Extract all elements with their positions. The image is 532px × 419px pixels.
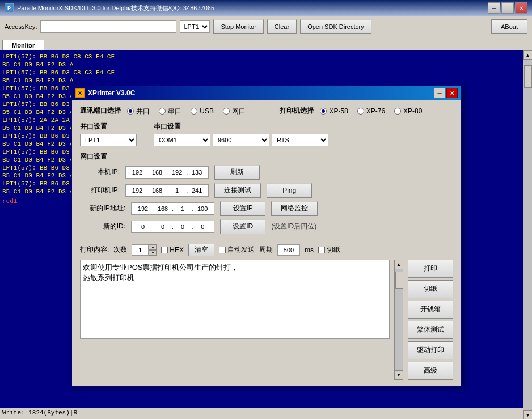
radio-usb-btn[interactable] [191,108,197,115]
app-title: ParallelMonitorX SDK/DLL 3.0 for Delphi/… [17,4,214,12]
local-ip-row: 本机IP: . . . 刷新 [80,165,453,180]
new-id-row: 新的ID: . . . 设置ID (设置ID后四位) [80,219,453,234]
new-id-d[interactable] [195,223,210,230]
period-label: 周期 [259,245,273,255]
clear-button[interactable]: Clear [267,19,297,34]
connect-test-button[interactable]: 连接测试 [214,183,261,198]
local-ip-d[interactable] [189,169,205,176]
local-ip-b[interactable] [149,169,165,176]
printer-section-label: 打印机选择 [280,107,314,115]
textarea-scroll-down[interactable]: ▼ [395,370,403,379]
drive-print-button[interactable]: 驱动打印 [408,341,453,359]
tab-monitor[interactable]: Monitor [2,40,44,50]
printer-ip-field: . . . [125,184,209,197]
refresh-button[interactable]: 刷新 [214,165,260,180]
cut-paper-checkbox[interactable]: 切纸 [318,245,340,255]
radio-xp76-btn[interactable] [357,108,364,115]
count-input[interactable] [132,244,149,256]
printer-ip-d[interactable] [189,187,205,194]
new-ip-a[interactable] [135,205,151,212]
cut-paper-box[interactable] [318,247,325,253]
printer-ip-label: 打印机IP: [80,185,120,195]
new-ip-d[interactable] [195,205,210,212]
count-up-btn[interactable]: ▲ [149,244,157,250]
serial-label: 串口设置 [154,122,328,132]
new-id-a[interactable] [135,223,151,230]
main-area: LPT1(57): BB B6 D3 C8 C3 F4 CFB5 C1 D0 B… [0,50,532,419]
cut-button[interactable]: 切纸 [408,280,453,298]
cut-paper-label: 切纸 [327,245,340,255]
baud-select[interactable]: 9600 [213,134,269,146]
set-ip-button[interactable]: 设置IP [220,201,265,216]
auto-send-box[interactable] [219,247,226,253]
dialog-title: XPrinter V3.0C [88,89,135,97]
auto-send-checkbox[interactable]: 自动发送 [219,245,255,255]
new-ip-b[interactable] [155,205,171,212]
radio-serial[interactable]: 串口 [159,107,181,116]
accesskey-input[interactable] [40,20,176,33]
printer-radio-group: XP-58 XP-76 XP-80 [320,107,422,115]
new-id-b[interactable] [155,223,171,230]
local-ip-label: 本机IP: [80,167,120,177]
local-ip-c[interactable] [169,169,185,176]
hex-label: HEX [170,246,184,254]
network-monitor-button[interactable]: 网络监控 [271,201,318,216]
textarea-scroll-thumb[interactable] [395,272,403,289]
textarea-scroll-up[interactable]: ▲ [395,260,403,269]
dialog-close-btn[interactable]: ✕ [446,88,458,98]
radio-xp58-btn[interactable] [320,108,327,115]
flow-select[interactable]: RTS [272,134,328,146]
period-input[interactable] [277,244,300,256]
print-button[interactable]: 打印 [408,260,453,278]
clear-content-btn[interactable]: 清空 [188,244,214,256]
stop-monitor-button[interactable]: Stop Monitor [213,19,263,34]
new-id-c[interactable] [175,223,191,230]
radio-xp58[interactable]: XP-58 [320,107,348,115]
textarea-scrollbar[interactable]: ▲ ▼ [394,260,403,380]
print-toolbar: 打印内容: 次数 ▲ ▼ HEX 清 [80,244,453,256]
test-button[interactable]: 繁体测试 [408,321,453,339]
radio-network[interactable]: 网口 [223,107,246,116]
new-ip-row: 新的IP地址: . . . 设置IP 网络监控 [80,201,453,216]
print-textarea[interactable]: 欢迎使用专业POS票据打印机公司生产的针打， 热敏系列打印机 [80,260,390,339]
count-down-btn[interactable]: ▼ [149,250,157,256]
advanced-button[interactable]: 高级 [408,362,453,380]
dialog-overlay: X XPrinter V3.0C ─ ✕ 通讯端口选择 [0,50,532,419]
serial-settings: 串口设置 COM1 9600 RTS [154,122,328,146]
port-section: 通讯端口选择 并口 串口 [80,106,246,116]
port-radio-group: 并口 串口 USB 网 [127,107,246,116]
radio-xp80[interactable]: XP-80 [394,107,422,115]
print-textarea-wrap: 欢迎使用专业POS票据打印机公司生产的针打， 热敏系列打印机 [80,260,390,380]
maximize-button[interactable]: □ [501,2,514,14]
radio-parallel-btn[interactable] [127,108,134,115]
lpt-select[interactable]: LPT1 [180,20,210,33]
print-area-row: 欢迎使用专业POS票据打印机公司生产的针打， 热敏系列打印机 ▲ ▼ [80,260,453,380]
close-button[interactable]: ✕ [515,2,527,14]
radio-network-btn[interactable] [223,108,230,115]
about-button[interactable]: ABout [491,19,527,34]
set-id-button[interactable]: 设置ID [220,219,265,234]
new-ip-c[interactable] [175,205,191,212]
textarea-scroll-track[interactable] [395,269,403,370]
network-label: 网口设置 [80,152,453,162]
radio-xp80-btn[interactable] [394,108,401,115]
hex-checkbox-box[interactable] [161,247,168,253]
radio-serial-btn[interactable] [159,108,166,115]
printer-ip-b[interactable] [149,187,165,194]
parallel-port-select[interactable]: LPT1 [80,134,137,146]
printer-ip-a[interactable] [129,187,145,194]
open-sdk-button[interactable]: Open SDK Directory [300,19,371,34]
open-drawer-button[interactable]: 开钱箱 [408,301,453,319]
local-ip-a[interactable] [129,169,145,176]
new-ip-field: . . . [131,202,214,215]
printer-ip-c[interactable] [169,187,185,194]
serial-port-select[interactable]: COM1 [154,134,210,146]
count-spinner[interactable]: ▲ ▼ [149,244,157,256]
ping-button[interactable]: Ping [267,183,312,198]
radio-xp76[interactable]: XP-76 [357,107,385,115]
radio-parallel[interactable]: 并口 [127,107,150,116]
minimize-button[interactable]: ─ [488,2,500,14]
hex-checkbox[interactable]: HEX [161,246,184,254]
dialog-minimize-btn[interactable]: ─ [434,88,445,98]
radio-usb[interactable]: USB [191,107,214,115]
